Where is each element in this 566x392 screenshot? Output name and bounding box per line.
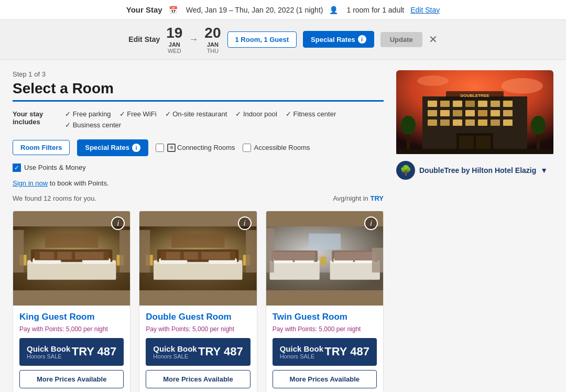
person-icon: 👤 (329, 6, 338, 14)
svg-rect-28 (216, 252, 230, 259)
special-rates-info-badge: i (358, 35, 366, 43)
svg-rect-68 (491, 110, 500, 116)
use-points-money-filter[interactable]: ✓ Use Points & Money (13, 164, 86, 172)
svg-point-54 (417, 75, 449, 86)
amenity-free-parking: Free parking (65, 110, 111, 118)
more-prices-button-double[interactable]: More Prices Available (146, 370, 250, 388)
currency-dropdown[interactable]: TRY (370, 194, 384, 202)
special-rates-button[interactable]: Special Rates i (303, 31, 374, 48)
svg-rect-76 (503, 119, 513, 126)
checkout-date-block: 20 JAN THU (204, 25, 221, 54)
sign-in-row: Sign in now to book with Points. (13, 179, 384, 187)
svg-rect-67 (478, 110, 487, 116)
edit-stay-bar: Edit Stay 19 JAN WED → 20 JAN THU 1 Room… (0, 20, 566, 60)
room-card-twin: i Twin Guest Room Pay with Points: 5,000… (266, 211, 384, 392)
left-panel: Step 1 of 3 Select a Room Your stayinclu… (13, 70, 384, 392)
sign-in-link[interactable]: Sign in now (13, 179, 48, 187)
connecting-rooms-label: Connecting Rooms (177, 144, 235, 151)
connecting-rooms-checkbox[interactable] (156, 144, 164, 152)
svg-rect-75 (491, 119, 500, 126)
more-prices-button-twin[interactable]: More Prices Available (273, 370, 377, 388)
filters-row: Room Filters Special Rates i ⊞ Connectin… (13, 139, 384, 172)
main-content: Step 1 of 3 Select a Room Your stayinclu… (0, 60, 566, 392)
step-label: Step 1 of 3 (13, 70, 384, 78)
checkin-date-block: 19 JAN WED (166, 25, 182, 54)
svg-rect-70 (428, 119, 437, 126)
checkout-day: 20 (204, 25, 221, 41)
room-filters-button[interactable]: Room Filters (13, 140, 70, 155)
svg-rect-31 (171, 234, 225, 248)
qb-sub-twin: Honors SALE (280, 353, 323, 360)
qb-label-king: Quick Book (27, 344, 70, 353)
qb-price-double: TRY 487 (198, 345, 243, 358)
svg-rect-11 (90, 252, 104, 259)
checkin-month: JAN (169, 41, 180, 48)
room-points-king: Pay with Points: 5,000 per night (19, 325, 124, 333)
accessible-rooms-label: Accessible Rooms (254, 144, 310, 151)
update-button[interactable]: Update (380, 32, 422, 47)
amenity-business: Business center (65, 121, 121, 129)
close-edit-stay-button[interactable]: ✕ (429, 33, 438, 46)
amenity-fitness: Fitness center (286, 110, 336, 118)
special-rates-filter-button[interactable]: Special Rates i (77, 139, 148, 156)
svg-rect-10 (75, 252, 89, 259)
svg-rect-14 (45, 234, 99, 248)
svg-rect-65 (453, 110, 462, 116)
connecting-rooms-filter[interactable]: ⊞ Connecting Rooms (156, 144, 235, 152)
qb-left-double: Quick Book Honors SALE (153, 344, 197, 360)
svg-rect-71 (440, 119, 450, 126)
quick-book-button-double[interactable]: Quick Book Honors SALE TRY 487 (146, 338, 250, 366)
svg-rect-73 (465, 119, 475, 126)
svg-rect-33 (246, 230, 256, 273)
svg-rect-23 (154, 264, 242, 280)
svg-rect-48 (320, 257, 326, 266)
room-info-button-twin[interactable]: i (364, 216, 378, 230)
room-points-double: Pay with Points: 5,000 per night (146, 325, 250, 333)
svg-rect-51 (266, 228, 274, 273)
room-info-king: King Guest Room Pay with Points: 5,000 p… (13, 306, 130, 392)
edit-stay-link[interactable]: Edit Stay (410, 6, 440, 14)
qb-label-twin: Quick Book (280, 344, 323, 353)
svg-rect-64 (440, 110, 450, 116)
results-count: We found 12 rooms for you. (13, 194, 96, 202)
amenity-pool: Indoor pool (235, 110, 277, 118)
quick-book-button-twin[interactable]: Quick Book Honors SALE TRY 487 (273, 338, 377, 366)
svg-rect-25 (166, 252, 180, 259)
room-info-twin: Twin Guest Room Pay with Points: 5,000 p… (266, 306, 383, 392)
quick-book-button-king[interactable]: Quick Book Honors SALE TRY 487 (19, 338, 124, 366)
calendar-icon: 📅 (169, 6, 178, 14)
svg-rect-16 (119, 230, 130, 273)
room-image-king: i (13, 211, 130, 306)
svg-rect-15 (13, 230, 24, 273)
accessible-rooms-checkbox[interactable] (243, 144, 251, 152)
hotel-image-box: DOUBLETREE (396, 70, 553, 156)
svg-rect-61 (491, 101, 500, 107)
accessible-rooms-filter[interactable]: Accessible Rooms (243, 144, 310, 152)
svg-rect-6 (27, 264, 116, 280)
amenities-list: Free parking Free WiFi On-site restauran… (65, 110, 384, 129)
stay-includes-label: Your stayincludes (13, 110, 60, 126)
svg-rect-66 (465, 110, 475, 116)
room-name-twin: Twin Guest Room (273, 312, 377, 322)
results-row: We found 12 rooms for you. Avg/night in … (13, 194, 384, 202)
svg-rect-49 (309, 234, 341, 249)
more-prices-button-king[interactable]: More Prices Available (19, 370, 124, 388)
top-bar-guests: 1 room for 1 adult (346, 6, 404, 14)
stay-includes-section: Your stayincludes Free parking Free WiFi… (13, 110, 384, 129)
room-info-double: Double Guest Room Pay with Points: 5,000… (139, 306, 256, 392)
book-points-text: to book with Points. (50, 179, 109, 187)
room-name-double: Double Guest Room (146, 312, 250, 322)
svg-rect-57 (440, 101, 450, 107)
edit-stay-label: Edit Stay (128, 35, 160, 43)
svg-rect-58 (453, 101, 462, 107)
amenity-free-wifi: Free WiFi (119, 110, 157, 118)
hotel-name-row[interactable]: 🌳 DoubleTree by Hilton Hotel Elazig ▼ (396, 161, 553, 180)
svg-rect-74 (478, 119, 487, 126)
room-info-button-double[interactable]: i (238, 216, 252, 230)
special-rates-filter-badge: i (132, 144, 140, 152)
svg-rect-47 (334, 252, 376, 260)
svg-rect-32 (139, 230, 150, 273)
svg-point-85 (401, 116, 416, 135)
room-guest-button[interactable]: 1 Room, 1 Guest (227, 31, 297, 48)
svg-rect-9 (58, 252, 72, 259)
